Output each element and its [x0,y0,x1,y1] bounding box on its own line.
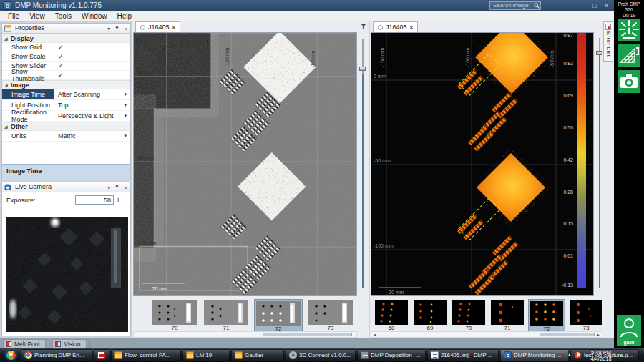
group-display[interactable]: ◢ Display [2,34,130,43]
tray-overflow-icon[interactable]: ▴ [568,351,571,358]
machine-name: ProX DMP 320 [614,1,644,13]
vision-camera-button[interactable] [618,70,640,93]
thumbnail-68[interactable]: 68 [374,299,409,333]
menu-window[interactable]: Window [77,12,112,20]
thumbnail-71[interactable]: 71 [203,299,250,333]
thumbnail-73[interactable]: 73 [307,299,354,333]
taskbar-item-j16405-lmj[interactable]: J16405.lmj - DMP ... [427,349,499,361]
pin-icon[interactable] [114,26,119,31]
show-scale-checkbox[interactable]: ✓ [58,53,64,60]
exposure-decrease-button[interactable]: − [123,195,127,205]
document-icon [431,351,439,359]
taskbar-item-evo[interactable] [94,349,109,361]
tab-j16405-heatmap[interactable]: J16405 × [373,21,418,32]
scrollbar-thumb[interactable] [540,333,595,336]
tab-vision-label: Vision [64,341,80,348]
chevron-down-icon: ▾ [124,92,127,97]
panel-menu-icon[interactable]: ▾ [107,183,110,192]
heatmap-tab-row: J16405 × [370,21,614,32]
layer-slider[interactable] [595,32,603,296]
search-icon[interactable] [534,3,540,9]
thumbnail-73[interactable]: 73 [568,299,604,333]
layer-slider[interactable] [358,32,368,296]
recoater-powder-icon [618,44,640,67]
menu-file[interactable]: File [3,12,24,20]
bottom-dock-tabs: Melt Pool Vision [0,338,614,348]
units-dropdown[interactable]: Metric ▾ [54,131,130,141]
tab-melt-pool[interactable]: Melt Pool [3,339,46,348]
layer-icon [140,25,145,30]
heatmap-scan-container: 0 mm -50 mm -100 mm -150 mm -100 mm -50 … [371,32,594,296]
rectification-mode-label[interactable]: Rectification Mode [2,111,54,121]
pin-icon[interactable] [114,185,119,190]
expander-icon: ◢ [2,82,11,87]
scrollbar-thumb[interactable] [263,333,351,336]
filter-icon[interactable] [361,24,366,29]
thumbnail-72-selected[interactable]: 72 [254,299,303,333]
folder-icon [114,351,122,359]
layer-slider-handle[interactable] [596,51,602,55]
show-grid-checkbox[interactable]: ✓ [58,44,64,51]
app-icon [3,1,11,10]
panel-close-icon[interactable]: × [124,183,127,192]
group-other[interactable]: ◢ Other [2,122,130,131]
tab-j16405-grayscale[interactable]: J16405 × [135,21,180,32]
maximize-button[interactable]: □ [592,2,596,9]
thumbnail-69[interactable]: 69 [412,299,448,333]
layer-slider-handle[interactable] [359,67,366,71]
row-image-time: Image Time After Scanning ▾ [2,89,130,100]
thumbnail-71[interactable]: 71 [489,299,525,333]
panel-close-icon[interactable]: × [124,24,127,34]
thumbnail-72-selected[interactable]: 72 [528,299,565,333]
taskbar-item-label: Planning DMP En... [34,352,84,358]
powder-layer-button[interactable] [618,44,640,67]
group-image[interactable]: ◢ Image [2,80,130,89]
minimize-button[interactable]: – [581,2,585,9]
thumbnail-70[interactable]: 70 [451,299,487,333]
light-position-dropdown[interactable]: Top ▾ [54,100,130,110]
chevron-down-icon: ▾ [124,113,127,119]
grayscale-hscrollbar[interactable] [133,331,357,338]
exposure-increase-button[interactable]: + [116,195,120,205]
properties-panel-titlebar[interactable]: Properties ▾ × [2,24,130,34]
show-slider-checkbox[interactable]: ✓ [58,62,64,69]
scroll-right-icon[interactable]: ► [596,332,600,338]
menu-view[interactable]: View [24,12,50,20]
heatmap-hscrollbar[interactable]: ◄ ► [371,331,602,338]
taskbar-item-flow-control[interactable]: Flow_control-FA... [111,349,181,361]
rectification-mode-dropdown[interactable]: Perspective & Light ▾ [54,111,130,121]
thumbnail-70[interactable]: 70 [151,299,198,333]
start-button[interactable] [6,350,16,361]
close-button[interactable]: × [605,2,608,9]
show-thumbnails-checkbox[interactable]: ✓ [58,72,64,79]
menu-help[interactable]: Help [112,12,137,20]
taskbar-item-dmp-deposition[interactable]: DMP Deposition -... [357,349,426,361]
exposure-input[interactable]: 50 [75,195,114,205]
heat-colorbar [577,33,586,288]
taskbar-item-planning-dmp[interactable]: Planning DMP En... [21,349,92,361]
taskbar-item-3d-connect[interactable]: 3D Connect v1.0.0... [286,349,356,361]
user-icon [617,315,641,338]
menu-tools[interactable]: Tools [50,12,77,20]
tray-flag-icon[interactable]: ⚑ [576,351,581,358]
taskbar-item-lm19[interactable]: LM 19 [182,349,230,361]
taskbar-clock[interactable]: 5:48 PM 4/4/2018 [582,349,620,362]
taskbar-item-gautier[interactable]: Gautier [231,349,284,361]
grayscale-scan-image[interactable]: 0 mm -50 mm -100 mm -150 mm -100 mm -50 … [133,32,357,296]
tab-close-icon[interactable]: × [172,24,176,31]
tab-vision[interactable]: Vision [52,339,87,348]
panel-menu-icon[interactable]: ▾ [107,24,110,34]
folder-icon [235,351,243,359]
melt-pool-button[interactable] [618,19,640,41]
error-list-label: Error List [605,31,612,57]
image-time-dropdown[interactable]: After Scanning ▾ [54,89,130,99]
image-time-label[interactable]: Image Time [2,89,54,99]
scroll-left-icon[interactable]: ◄ [373,332,377,338]
units-label[interactable]: Units [2,131,54,141]
tab-melt-pool-label: Melt Pool [14,341,39,348]
error-list-tab[interactable]: Error List [603,21,613,62]
taskbar-item-dmp-monitoring-active[interactable]: DMP Monitoring ... [500,349,569,361]
user-button[interactable]: gaell [617,315,641,346]
tab-close-icon[interactable]: × [410,24,414,31]
live-camera-titlebar[interactable]: Live Camera ▾ × [2,182,130,192]
